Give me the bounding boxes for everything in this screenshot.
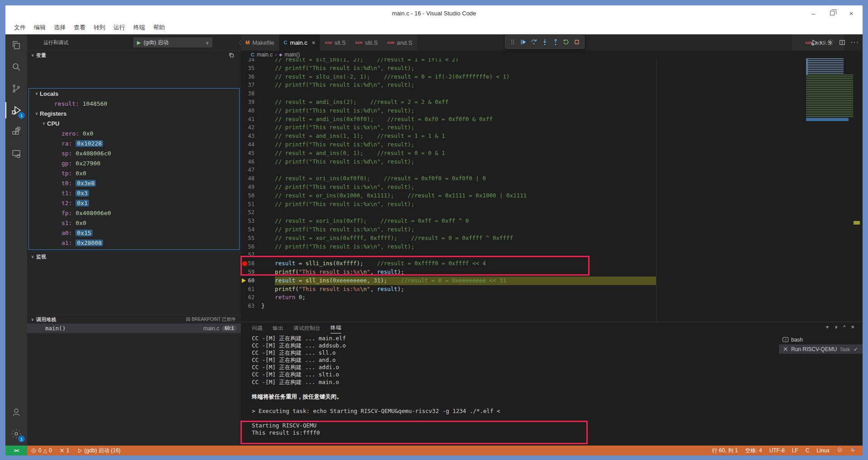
debug-session-status[interactable]: (gdb) 启动 (16) (73, 447, 124, 455)
problems-status[interactable]: 0 △ 0 (27, 447, 56, 454)
close-icon[interactable]: × (312, 39, 316, 46)
tab-main.c[interactable]: Cmain.c× (279, 34, 321, 51)
status-item[interactable]: 行 60, 列 1 (711, 447, 739, 455)
step-out-icon[interactable] (550, 37, 561, 47)
stack-frame-row[interactable]: main() main.c 60:1 (27, 324, 241, 333)
variable-row[interactable]: ra: 0x10228 (29, 138, 239, 148)
line-number[interactable]: 41 (241, 115, 255, 124)
bell-icon[interactable] (849, 447, 857, 454)
tab-and.S[interactable]: ASMand.S (382, 34, 417, 51)
editor-gear-icon[interactable] (827, 39, 834, 46)
terminal-item-bash[interactable]: > bash (779, 335, 863, 344)
tab-slti.S[interactable]: ASMslti.S (351, 34, 383, 51)
minimize-button[interactable]: – (804, 5, 823, 21)
menu-item[interactable]: 帮助 (149, 22, 169, 33)
variable-row[interactable]: a2: 0x1 (29, 248, 239, 250)
variable-row[interactable]: gp: 0x27900 (29, 158, 239, 168)
account-icon[interactable] (5, 401, 27, 423)
line-number[interactable]: 46 (241, 158, 255, 166)
stop-icon[interactable] (571, 37, 582, 47)
line-number[interactable]: 37 (241, 81, 255, 89)
menu-item[interactable]: 转到 (90, 22, 109, 33)
menu-item[interactable]: 编辑 (30, 22, 50, 33)
code-line-39[interactable]: 39 // result = andi_ins(2); //result = 2… (241, 98, 863, 107)
line-number[interactable]: 50 (241, 192, 255, 200)
search-icon[interactable] (5, 56, 27, 78)
terminal-output[interactable]: CC -[M] 正在构建 ... main.elfCC -[M] 正在构建 ..… (252, 335, 774, 446)
variable-row[interactable]: fp: 0x408006e0 (29, 208, 239, 218)
step-over-icon[interactable] (528, 37, 539, 47)
running-tasks-status[interactable]: 1 (56, 447, 73, 454)
explorer-icon[interactable] (5, 34, 27, 56)
line-number[interactable]: 35 (241, 64, 255, 73)
variable-row[interactable]: s1: 0x0 (29, 218, 239, 228)
code-line-50[interactable]: 50 // result = or_ins(0x1000, 0x1111); /… (241, 192, 863, 200)
code-line-51[interactable]: 51 // printf("This result is:%x\n", resu… (241, 200, 863, 209)
status-item[interactable]: UTF-8 (768, 447, 786, 454)
close-button[interactable]: × (842, 5, 861, 21)
variable-row[interactable]: ∨Registers (29, 108, 239, 118)
variable-row[interactable]: tp: 0x0 (29, 168, 239, 178)
breadcrumb[interactable]: C main.c › ◆ main() (241, 51, 863, 58)
variable-row[interactable]: t0: 0x3e8 (29, 178, 239, 188)
line-number[interactable]: 53 (241, 217, 255, 225)
tab-Makefile[interactable]: MMakefile (241, 34, 279, 51)
line-number[interactable]: 39 (241, 98, 255, 107)
menu-item[interactable]: 终端 (129, 22, 149, 33)
line-number[interactable]: 42 (241, 123, 255, 132)
launch-config-dropdown[interactable]: ▶ (gdb) 启动 ∨ (133, 38, 212, 47)
code-line-55[interactable]: 55 // result = xor_ins(0xffff, 0xffff); … (241, 234, 863, 243)
variable-row[interactable]: t2: 0x1 (29, 198, 239, 208)
code-line-56[interactable]: 56 // printf("This result is:%x\n", resu… (241, 243, 863, 251)
restore-button[interactable] (823, 5, 842, 21)
new-terminal-icon[interactable]: + (826, 324, 829, 330)
code-line-46[interactable]: 46 // printf("This result is:%d\n", resu… (241, 158, 863, 166)
line-number[interactable]: 47 (241, 166, 255, 174)
line-number[interactable]: 36 (241, 73, 255, 81)
run-debug-icon[interactable]: 1 (5, 99, 27, 121)
line-number[interactable]: 34 (241, 58, 255, 64)
code-line-53[interactable]: 53 // result = xori_ins(0xff); //result … (241, 217, 863, 225)
line-number[interactable]: 54 (241, 225, 255, 234)
line-number[interactable]: 59 (241, 268, 255, 277)
line-number[interactable]: 48 (241, 174, 255, 183)
line-number[interactable]: 38 (241, 89, 255, 98)
minimap[interactable] (806, 58, 859, 124)
extensions-icon[interactable] (5, 121, 27, 143)
step-into-icon[interactable] (539, 37, 550, 47)
code-line-61[interactable]: 61 printf("This result is:%x\n", result)… (241, 285, 863, 294)
menu-item[interactable]: 选择 (50, 22, 70, 33)
settings-gear-icon[interactable]: 1 (5, 423, 27, 445)
source-control-icon[interactable] (5, 78, 27, 99)
variable-row[interactable]: t1: 0x3 (29, 188, 239, 198)
line-number[interactable]: 40 (241, 107, 255, 115)
code-line-54[interactable]: 54 // printf("This result is:%x\n", resu… (241, 225, 863, 234)
callstack-section-header[interactable]: ∨ 调用堆栈 因 BREAKPOINT 已暂停 (27, 315, 241, 324)
code-line-63[interactable]: 63} (241, 302, 863, 310)
close-panel-icon[interactable]: × (851, 324, 854, 330)
breadcrumb-file[interactable]: main.c (257, 52, 273, 58)
code-line-47[interactable]: 47 (241, 166, 863, 174)
line-number[interactable]: 57 (241, 251, 255, 259)
breadcrumb-symbol[interactable]: main() (284, 52, 300, 58)
variable-row[interactable]: a0: 0x15 (29, 228, 239, 238)
menu-item[interactable]: 文件 (10, 22, 30, 33)
code-line-40[interactable]: 40 // printf("This result is:%d\n", resu… (241, 107, 863, 115)
panel-tab-终端[interactable]: 终端 (330, 323, 341, 333)
variable-row[interactable]: zero: 0x0 (29, 128, 239, 138)
status-item[interactable]: 空格: 4 (744, 447, 763, 455)
line-number[interactable]: 55 (241, 234, 255, 243)
feedback-icon[interactable] (835, 447, 844, 454)
remote-explorer-icon[interactable] (5, 143, 27, 164)
continue-icon[interactable] (518, 37, 529, 47)
status-item[interactable]: C (804, 447, 811, 454)
code-line-62[interactable]: 62 return 0; (241, 293, 863, 302)
menu-item[interactable]: 运行 (109, 22, 129, 33)
code-line-58[interactable]: 58 result = slli_ins(0xffff); //result =… (241, 259, 863, 268)
line-number[interactable]: 43 (241, 132, 255, 141)
code-line-43[interactable]: 43 // result = and_ins(1, 1); //result =… (241, 132, 863, 141)
line-number[interactable]: 56 (241, 243, 255, 251)
panel-tab-输出[interactable]: 输出 (273, 323, 283, 333)
menu-item[interactable]: 查看 (70, 22, 90, 33)
panel-tab-问题[interactable]: 问题 (252, 323, 263, 333)
